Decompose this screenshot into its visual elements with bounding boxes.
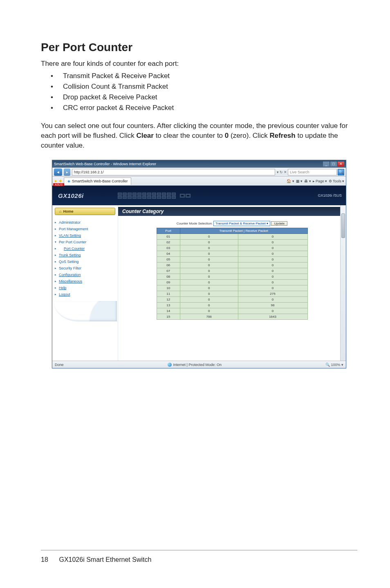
sidebar-link[interactable]: Configuration <box>59 273 81 277</box>
table-row: 13098 <box>157 303 307 308</box>
back-button[interactable]: ◄ <box>54 168 62 176</box>
sidebar-item[interactable]: Port Management <box>53 226 117 232</box>
refresh-icon[interactable]: ↻ <box>280 170 283 174</box>
body-paragraph: You can select one out four counters. Af… <box>41 121 357 150</box>
sidebar-subitem[interactable]: Port Counter <box>53 245 117 252</box>
stop-icon[interactable]: ✕ <box>284 170 287 174</box>
table-cell: 15 <box>157 314 180 320</box>
sidebar-item[interactable]: Help <box>53 285 117 291</box>
sidebar-item[interactable]: Administrator <box>53 219 117 226</box>
url-input[interactable]: http://192.168.2.1/ <box>72 169 275 175</box>
counter-table: Port Transmit Packet | Receive Packet 01… <box>157 228 308 320</box>
sidebar-sublink[interactable]: Port Counter <box>64 247 85 251</box>
intro-text: There are four kinds of counter for each… <box>41 60 357 68</box>
table-cell: 10 <box>157 285 180 291</box>
table-cell: 0 <box>180 280 238 285</box>
search-input[interactable]: Live Search <box>288 169 337 175</box>
home-button[interactable]: ⌂ Home <box>55 208 115 215</box>
footer-title: GX1026i Smart Ethernet Switch <box>59 556 151 563</box>
sidebar-link[interactable]: Administrator <box>59 220 81 224</box>
browser-window: SmartSwitch Web-Base Controller - Window… <box>52 160 346 368</box>
window-minimize-button[interactable]: _ <box>323 162 329 166</box>
table-row: 1000 <box>157 285 307 291</box>
sidebar-link[interactable]: Per Port Counter <box>59 240 87 244</box>
dropdown-icon[interactable]: ▾ <box>277 170 279 174</box>
sidebar-link[interactable]: QoS Setting <box>59 260 79 264</box>
para-bold: 0 <box>225 132 229 139</box>
sidebar-item[interactable]: VLAN Setting <box>53 232 117 239</box>
page-menu[interactable]: ▸ Page ▾ <box>313 179 327 183</box>
counter-mode-select[interactable]: Transmit Packet & Receive Packet ▾ <box>213 221 270 226</box>
status-bar: Done Internet | Protected Mode: On 🔍 100… <box>52 361 346 368</box>
window-maximize-button[interactable]: □ <box>330 162 337 166</box>
search-button[interactable]: 🔍 <box>338 169 344 175</box>
sidebar-item[interactable]: Configuration <box>53 272 117 278</box>
add-favorites-icon[interactable]: ✚ <box>59 179 62 183</box>
sidebar-item[interactable]: Logout <box>53 291 117 298</box>
table-cell: 0 <box>238 268 307 274</box>
table-cell: 0 <box>238 308 307 314</box>
browser-tab[interactable]: ◈ SmartSwitch Web-Base Controller <box>64 177 131 185</box>
th-counter: Transmit Packet | Receive Packet <box>180 228 307 234</box>
sidebar-link[interactable]: Logout <box>59 292 70 296</box>
page-number: 18 <box>41 556 57 563</box>
table-row: 1200 <box>157 297 307 303</box>
feeds-icon[interactable]: ▦ ▾ <box>296 179 303 183</box>
table-cell: 0 <box>238 245 307 251</box>
table-cell: 0 <box>180 263 238 268</box>
tab-bar: ★ ✚ ◈ SmartSwitch Web-Base Controller 🏠 … <box>52 177 346 186</box>
home-icon[interactable]: 🏠 ▾ <box>287 179 294 183</box>
table-cell: 0 <box>180 245 238 251</box>
table-row: 0600 <box>157 263 307 268</box>
sidebar-link[interactable]: Miscellaneous <box>59 279 82 283</box>
sidebar-item[interactable]: Miscellaneous <box>53 278 117 285</box>
sidebar-item[interactable]: Security Filter <box>53 265 117 272</box>
page-footer: 18 GX1026i Smart Ethernet Switch <box>41 550 357 563</box>
table-cell: 0 <box>238 285 307 291</box>
window-title: SmartSwitch Web-Base Controller - Window… <box>54 162 156 166</box>
table-cell: 0 <box>238 240 307 245</box>
sidebar-item[interactable]: Per Port Counter <box>53 239 117 245</box>
bullet-item: Collision Count & Transmit Packet <box>51 83 357 91</box>
table-row: 0300 <box>157 245 307 251</box>
table-cell: 06 <box>157 263 180 268</box>
table-cell: 14 <box>157 308 180 314</box>
sidebar-link[interactable]: Trunk Setting <box>59 253 81 257</box>
table-row: 0700 <box>157 268 307 274</box>
sidebar-item[interactable]: Trunk Setting <box>53 252 117 258</box>
table-cell: 07 <box>157 268 180 274</box>
table-cell: 0 <box>238 234 307 240</box>
tools-menu[interactable]: ⚙ Tools ▾ <box>329 179 344 183</box>
globe-icon <box>168 363 172 367</box>
favorites-icon[interactable]: ★ <box>54 179 57 183</box>
window-close-button[interactable]: ✕ <box>338 162 344 166</box>
scroll-thumb[interactable] <box>341 213 345 238</box>
sidebar-item[interactable]: QoS Setting <box>53 258 117 265</box>
selector-label: Counter Mode Selection: <box>177 222 213 225</box>
table-cell: 01 <box>157 234 180 240</box>
table-cell: 0 <box>238 297 307 303</box>
switch-port-graphic <box>118 193 297 199</box>
sidebar-link[interactable]: Security Filter <box>59 266 81 270</box>
sidebar-link[interactable]: Port Management <box>59 227 88 231</box>
sidebar-link[interactable]: Help <box>59 286 67 290</box>
print-icon[interactable]: 🖶 ▾ <box>304 179 311 183</box>
status-done: Done <box>55 363 64 367</box>
forward-button[interactable]: ▸ <box>64 168 70 176</box>
para-text: (zero). Click <box>229 132 269 139</box>
table-row: 0500 <box>157 257 307 263</box>
update-button[interactable]: Update <box>271 221 287 226</box>
table-cell: 0 <box>180 268 238 274</box>
sfp-port-icon <box>186 194 191 197</box>
bullet-item: Transmit Packet & Receive Packet <box>51 72 357 80</box>
table-cell: 03 <box>157 245 180 251</box>
table-row: 157861643 <box>157 314 307 320</box>
zoom-control[interactable]: 🔍 100% ▾ <box>325 363 343 367</box>
table-cell: 0 <box>238 274 307 280</box>
table-cell: 08 <box>157 274 180 280</box>
window-titlebar[interactable]: SmartSwitch Web-Base Controller - Window… <box>52 160 346 168</box>
table-cell: 05 <box>157 257 180 263</box>
sidebar-link[interactable]: VLAN Setting <box>59 233 81 238</box>
table-cell: 0 <box>180 291 238 297</box>
scrollbar[interactable] <box>340 205 346 361</box>
